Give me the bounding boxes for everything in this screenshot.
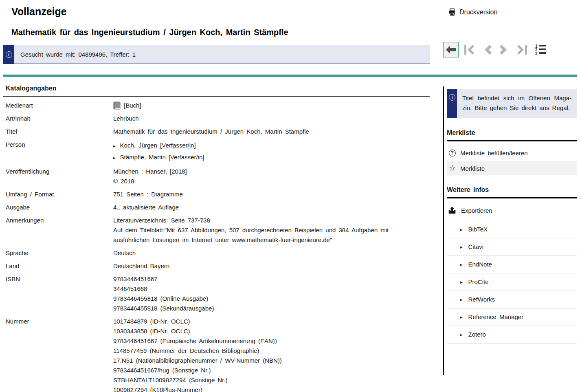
book-icon (113, 101, 121, 110)
number-line: 1017484879 (ID-Nr. OCLC) (113, 317, 418, 326)
row-label: Nummer (6, 317, 113, 392)
export-item-label: Reference Manager (468, 312, 524, 322)
number-line: 1009827294 (K10Plus-Nummer) (113, 385, 418, 392)
table-row: Medienart [Buch] (6, 101, 430, 110)
export-button[interactable]: Exportieren (447, 207, 577, 214)
next-page-button[interactable] (497, 42, 512, 57)
author-link[interactable]: Stämpfle, Martin [Verfasser/in] (120, 152, 204, 163)
export-format-list: ▸ BibTeX ▸ Citavi ▸ EndNote ▸ ProCite ▸ … (447, 221, 577, 344)
row-label: Ausgabe (6, 203, 113, 212)
table-row: ISBN 9783446451667 3446451668 9783446455… (6, 274, 430, 313)
section-divider (3, 75, 577, 77)
sidebar: i Titel befindet sich im Offenen Magazin… (443, 86, 577, 375)
table-row: Nummer 1017484879 (ID-Nr. OCLC) 10303438… (6, 317, 430, 392)
row-value: 751 Seiten : Diagramme (113, 189, 418, 199)
table-row: Sprache Deutsch (6, 248, 430, 258)
row-value: Deutsch (113, 248, 418, 258)
export-item-citavi[interactable]: ▸ Citavi (447, 238, 577, 256)
merkliste-label: Merkliste (460, 165, 485, 172)
table-row: Art/Inhalt Lehrbuch (6, 114, 430, 123)
table-row: Person ▸ Koch, Jürgen [Verfasser/in] ▸ S… (6, 140, 430, 163)
print-version-label: Druckversion (459, 9, 497, 16)
info-circle-icon: i (6, 51, 12, 58)
page-title: Vollanzeige (11, 6, 67, 18)
row-value: Mathematik für das Ingenieurstudium / Jü… (113, 127, 418, 137)
isbn-line: 9783446455818 (Online-Ausgabe) (113, 294, 418, 304)
table-row: Veröffentlichung München : Hanser, [2018… (6, 167, 430, 186)
row-label: Sprache (6, 248, 113, 258)
triangle-bullet-icon: ▸ (460, 260, 463, 269)
triangle-bullet-icon: ▸ (460, 225, 463, 234)
question-circle-icon: ? (449, 150, 456, 156)
export-label: Exportieren (461, 207, 492, 214)
result-navigation-toolbar: 1 2 3 (443, 42, 548, 57)
triangle-bullet-icon: ▸ (113, 140, 116, 152)
number-line: 1148577459 (Nummer der Deutschen Bibliog… (113, 346, 418, 356)
triangle-bullet-icon: ▸ (460, 242, 463, 252)
isbn-line: 3446451668 (113, 284, 418, 294)
record-title: Mathematik für das Ingenieurstudium / Jü… (11, 28, 288, 37)
row-label: Medienart (6, 101, 113, 110)
table-row: Anmerkungen Literaturverzeichnis: Seite … (6, 216, 430, 245)
svg-text:3: 3 (535, 51, 538, 55)
row-label: Veröffentlichung (6, 167, 113, 186)
result-list-button[interactable]: 1 2 3 (533, 42, 548, 57)
isbn-line: 9783446455818 (Sekundärausgabe) (113, 304, 418, 313)
row-label: Art/Inhalt (6, 114, 113, 123)
row-label: ISBN (6, 274, 113, 313)
row-label: Land (6, 261, 113, 271)
export-item-zotero[interactable]: ▸ Zotero (447, 326, 577, 344)
export-item-refworks[interactable]: ▸ RefWorks (447, 291, 577, 308)
export-item-procite[interactable]: ▸ ProCite (447, 273, 577, 291)
back-arrow-icon (445, 45, 457, 55)
info-circle-icon: i (449, 94, 455, 101)
export-item-reference-manager[interactable]: ▸ Reference Manager (447, 308, 577, 326)
previous-page-button[interactable] (479, 42, 494, 57)
export-item-label: EndNote (468, 260, 492, 269)
merkliste-heading: Merkliste (447, 129, 577, 141)
location-notice: i Titel befindet sich im Offenen Magazin… (447, 89, 577, 118)
number-line: 9783446451667 (Europäische Artikelnummer… (113, 336, 418, 346)
printer-icon (448, 8, 456, 16)
row-label: Person (6, 140, 113, 163)
numbered-list-icon: 1 2 3 (535, 44, 546, 55)
row-value-line: © 2018 (113, 176, 418, 186)
table-row: Ausgabe 4., aktualisierte Auflage (6, 203, 430, 212)
last-page-icon (516, 44, 529, 56)
export-item-label: ProCite (468, 277, 489, 287)
row-value: Deutschland Bayern (113, 261, 418, 271)
triangle-bullet-icon: ▸ (460, 330, 463, 339)
triangle-bullet-icon: ▸ (460, 312, 463, 322)
row-label: Anmerkungen (6, 216, 113, 245)
catalog-heading: Katalogangaben (3, 84, 430, 97)
table-row: Titel Mathematik für das Ingenieurstudiu… (6, 127, 430, 137)
weitere-infos-heading: Weitere Infos (447, 186, 577, 198)
search-result-text: Gesucht wurde mit: 04899496, Treffer: 1 (14, 45, 136, 64)
notice-accent-bar: i (447, 89, 457, 118)
merkliste-fill-empty-label: Merkliste befüllen/leeren (460, 150, 528, 156)
merkliste-button[interactable]: ☆ Merkliste (447, 161, 577, 175)
triangle-bullet-icon: ▸ (460, 277, 463, 287)
first-page-button[interactable] (461, 42, 477, 57)
number-line: STBHANTALT1009827294 (Sonstige Nr.) (113, 375, 418, 385)
export-icon (448, 207, 456, 214)
row-value: Lehrbuch (113, 114, 418, 123)
author-link[interactable]: Koch, Jürgen [Verfasser/in] (120, 140, 196, 151)
merkliste-fill-empty-button[interactable]: ? Merkliste befüllen/leeren (447, 146, 577, 160)
export-item-bibtex[interactable]: ▸ BibTeX (447, 221, 577, 238)
back-button[interactable] (443, 42, 459, 57)
number-line: 9783446451667/hug (Sonstige Nr.) (113, 366, 418, 375)
row-value: 4., aktualisierte Auflage (113, 203, 418, 212)
export-item-label: RefWorks (468, 295, 495, 304)
row-value-line: Literaturverzeichnis: Seite 737-738 (113, 216, 418, 225)
row-label: Titel (6, 127, 113, 137)
row-value-line: München : Hanser, [2018] (113, 167, 418, 176)
print-version-link[interactable]: Druckversion (448, 8, 497, 16)
last-page-button[interactable] (515, 42, 530, 57)
export-item-label: BibTeX (468, 225, 488, 234)
notice-text: Titel befindet sich im Offenen Magazin. … (457, 89, 577, 118)
search-result-alert: i Gesucht wurde mit: 04899496, Treffer: … (3, 45, 430, 64)
table-row: Umfang / Format 751 Seiten : Diagramme (6, 189, 430, 199)
export-item-endnote[interactable]: ▸ EndNote (447, 256, 577, 273)
triangle-bullet-icon: ▸ (460, 295, 463, 304)
